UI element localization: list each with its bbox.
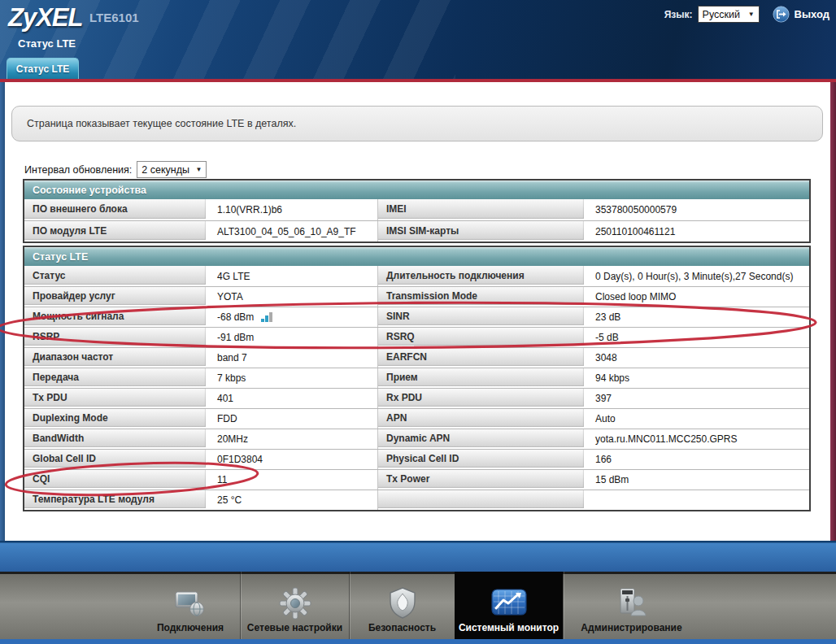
router-admin-page: ZyXEL LTE6101 Язык: Русский ▼ Выход Стат…	[0, 0, 836, 644]
nav-item-label: Подключения	[157, 622, 224, 633]
table-row: CQI 11 Tx Power 15 dBm	[24, 469, 809, 490]
nav-item-administration[interactable]: Администрирование	[563, 572, 699, 639]
administration-icon	[613, 585, 651, 622]
field-value: 166	[586, 450, 809, 469]
page-title: Статус LTE	[18, 37, 76, 50]
info-message-text: Страница показывает текущее состояние LT…	[27, 118, 296, 129]
table-row: Передача 7 kbps Прием 94 kbps	[24, 368, 809, 388]
device-model: LTE6101	[89, 11, 139, 24]
lte-status-table: Статус LTE Статус 4G LTE Длительность по…	[23, 246, 811, 511]
logout-button[interactable]: Выход	[773, 6, 829, 23]
field-label: Статус	[24, 266, 207, 286]
language-label: Язык:	[664, 9, 693, 20]
field-label: ПО внешнего блока	[24, 199, 207, 220]
field-label: BandWidth	[24, 429, 207, 449]
table-row: Duplexing Mode FDD APN Auto	[24, 408, 809, 429]
field-label: IMEI	[378, 199, 586, 220]
field-value: 4G LTE	[207, 266, 378, 286]
field-value: 250110100461121	[586, 221, 809, 242]
refresh-interval-label: Интервал обновления:	[24, 164, 132, 176]
field-label: Длительность подключения	[378, 266, 586, 286]
field-label: Температура LTE модуля	[24, 490, 207, 510]
nav-item-security[interactable]: Безопасность	[349, 572, 455, 639]
table-row: Global Cell ID 0F1D3804 Physical Cell ID…	[24, 449, 809, 469]
field-label: Dynamic APN	[378, 429, 586, 449]
table-row: Мощность сигнала -68 dBm SINR 23 dB	[24, 307, 809, 327]
nav-spacer	[699, 572, 836, 639]
field-label: Rx PDU	[378, 389, 586, 408]
left-edge-border	[0, 82, 5, 541]
field-value: ALT3100_04_05_06_10_A9_TF	[207, 221, 378, 242]
field-label: Провайдер услуг	[24, 287, 207, 307]
field-value: 3048	[586, 348, 809, 368]
nav-item-label: Сетевые настройки	[247, 622, 342, 633]
device-state-table: Состояние устройства ПО внешнего блока 1…	[23, 179, 811, 243]
field-value: band 7	[207, 348, 378, 368]
language-select[interactable]: Русский ▼	[698, 6, 760, 23]
language-bar: Язык: Русский ▼ Выход	[664, 6, 829, 23]
logout-label: Выход	[795, 8, 829, 20]
nav-item-connections[interactable]: Подключения	[141, 572, 240, 639]
chevron-down-icon: ▼	[195, 166, 202, 173]
logout-icon	[773, 6, 790, 23]
field-label: Диапазон частот	[24, 348, 207, 368]
field-value: -68 dBm	[207, 307, 378, 327]
field-label: Прием	[378, 368, 586, 388]
refresh-interval-value: 2 секунды	[142, 164, 189, 176]
field-label: Tx Power	[378, 470, 586, 490]
field-value: 11	[207, 470, 378, 490]
field-value: 94 kbps	[586, 368, 809, 388]
chevron-down-icon: ▼	[748, 11, 755, 18]
field-label: Duplexing Mode	[24, 409, 207, 429]
table-row: Статус 4G LTE Длительность подключения 0…	[24, 266, 809, 286]
zyxel-logo: ZyXEL	[8, 3, 82, 33]
field-value: 0 Day(s), 0 Hour(s), 3 Minute(s),27 Seco…	[586, 266, 809, 286]
field-value: YOTA	[207, 287, 378, 307]
field-label: APN	[378, 409, 586, 429]
field-value: yota.ru.MNC011.MCC250.GPRS	[586, 429, 809, 449]
system-monitor-icon	[489, 585, 529, 622]
signal-bars-icon	[261, 312, 273, 322]
field-value: FDD	[207, 409, 378, 429]
field-value: 401	[207, 389, 378, 408]
top-header: ZyXEL LTE6101 Язык: Русский ▼ Выход Стат…	[0, 0, 836, 79]
field-label: EARFCN	[378, 348, 586, 368]
tab-lte-status[interactable]: Статус LTE	[7, 58, 79, 79]
nav-item-label: Безопасность	[368, 622, 436, 633]
field-label: IMSI SIM-карты	[378, 221, 586, 242]
field-label: Transmission Mode	[378, 287, 586, 307]
table-row: Tx PDU 401 Rx PDU 397	[24, 388, 809, 408]
field-label: SINR	[378, 307, 586, 327]
network-settings-icon	[276, 585, 314, 622]
nav-item-label: Системный монитор	[459, 622, 559, 633]
table-row: RSRP -91 dBm RSRQ -5 dB	[24, 327, 809, 347]
right-edge-border	[830, 82, 836, 541]
info-message-box: Страница показывает текущее состояние LT…	[11, 106, 823, 141]
nav-item-network-settings[interactable]: Сетевые настройки	[240, 572, 349, 639]
field-label: Tx PDU	[24, 389, 207, 408]
field-value	[586, 490, 809, 510]
device-state-table-title: Состояние устройства	[24, 181, 809, 199]
connections-icon	[172, 585, 209, 622]
signal-strength-value: -68 dBm	[217, 311, 254, 323]
table-row: Диапазон частот band 7 EARFCN 3048	[24, 347, 809, 368]
table-row: BandWidth 20MHz Dynamic APN yota.ru.MNC0…	[24, 429, 809, 449]
table-row: ПО модуля LTE ALT3100_04_05_06_10_A9_TF …	[24, 220, 809, 242]
table-row: Температура LTE модуля 25 °C	[24, 490, 809, 510]
nav-item-system-monitor[interactable]: Системный монитор	[455, 572, 563, 639]
field-value: 15 dBm	[586, 470, 809, 490]
bottom-strip	[0, 639, 836, 644]
refresh-interval-select[interactable]: 2 секунды ▼	[137, 161, 207, 178]
field-label: Global Cell ID	[24, 450, 207, 469]
language-select-value: Русский	[703, 9, 740, 20]
field-value: 353780050000579	[586, 199, 809, 220]
refresh-interval-row: Интервал обновления: 2 секунды ▼	[24, 161, 207, 178]
field-label: CQI	[24, 470, 207, 490]
field-label: Передача	[24, 368, 207, 388]
field-label: Physical Cell ID	[378, 450, 586, 469]
bottom-nav-bar: Подключения Сетевые настройки	[0, 572, 836, 639]
security-icon	[385, 585, 420, 622]
field-value: -91 dBm	[207, 328, 378, 347]
lte-status-table-title: Статус LTE	[24, 247, 809, 266]
field-value: 20MHz	[207, 429, 378, 449]
